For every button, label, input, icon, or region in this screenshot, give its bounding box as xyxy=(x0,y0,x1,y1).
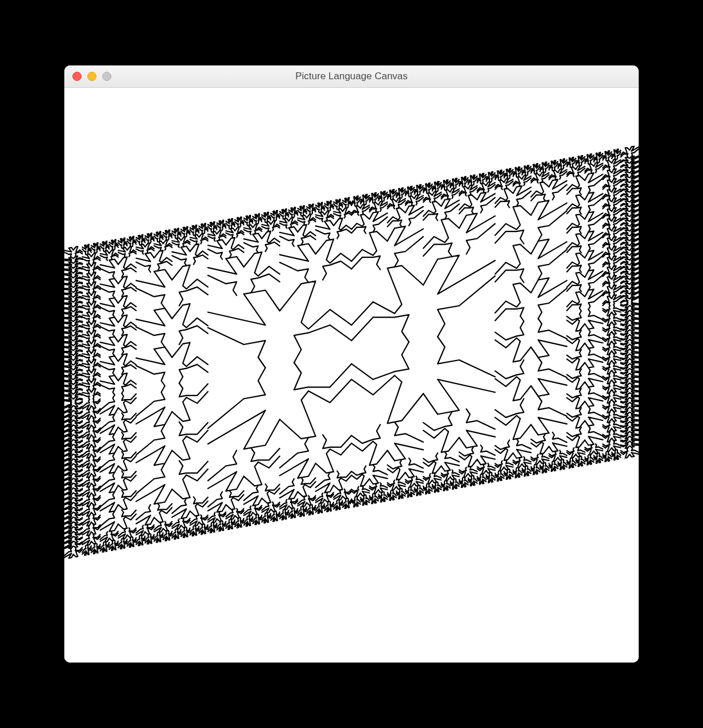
painter-segment-group xyxy=(621,374,639,380)
painter-segment-group xyxy=(181,527,190,537)
painter-segment-group xyxy=(342,198,352,208)
painter-segment-group xyxy=(621,316,639,322)
painter-segment-group xyxy=(352,337,495,424)
painter-segment-group xyxy=(226,227,244,238)
painter-segment-group xyxy=(226,519,235,529)
painter-segment-group xyxy=(621,423,639,429)
painter-segment-group xyxy=(316,471,352,493)
painter-segment-group xyxy=(603,324,621,335)
close-icon[interactable] xyxy=(72,72,82,81)
painter-segment-group xyxy=(82,505,100,516)
painter-segment-group xyxy=(603,315,621,326)
painter-segment-group xyxy=(621,384,639,390)
painter-segment-group xyxy=(316,203,325,213)
painter-segment-group xyxy=(64,276,82,281)
painter-segment-group xyxy=(118,539,128,549)
painter-segment-group xyxy=(432,181,442,192)
painter-segment-group xyxy=(280,509,289,520)
zoom-icon[interactable] xyxy=(102,72,111,81)
traffic-lights xyxy=(72,72,111,81)
painter-segment-group xyxy=(396,489,405,499)
painter-segment-group xyxy=(603,392,621,403)
painter-segment-group xyxy=(217,521,226,531)
app-window: Picture Language Canvas xyxy=(64,65,639,663)
painter-segment-group xyxy=(101,373,137,395)
painter-segment-group xyxy=(603,208,621,219)
painter-segment-group xyxy=(522,165,531,176)
painter-segment-group xyxy=(585,444,602,455)
titlebar[interactable]: Picture Language Canvas xyxy=(64,65,639,88)
minimize-icon[interactable] xyxy=(87,72,96,81)
painter-segment-group xyxy=(603,151,612,161)
painter-segment-group xyxy=(64,353,82,359)
painter-segment-group xyxy=(405,487,415,497)
painter-segment-group xyxy=(352,204,369,215)
painter-segment-group xyxy=(621,346,639,351)
painter-segment-group xyxy=(603,256,621,267)
painter-segment-group xyxy=(621,322,639,327)
painter-segment-group xyxy=(459,467,477,478)
painter-segment-group xyxy=(101,452,137,474)
painter-segment-group xyxy=(82,350,100,361)
painter-segment-group xyxy=(64,266,82,272)
painter-segment-group xyxy=(64,319,82,325)
painter-segment-group xyxy=(567,368,603,390)
painter-segment-group xyxy=(621,413,639,419)
painter-segment-group xyxy=(298,214,315,225)
painter-segment-group xyxy=(82,525,100,536)
painter-segment-group xyxy=(154,231,163,242)
painter-segment-group xyxy=(217,220,226,231)
painter-segment-group xyxy=(82,253,100,264)
painter-segment-group xyxy=(136,235,145,245)
painter-segment-group xyxy=(495,396,567,439)
painter-segment-group xyxy=(621,350,639,356)
painter-segment-group xyxy=(540,162,549,172)
painter-segment-group xyxy=(82,292,100,303)
painter-segment-group xyxy=(280,239,352,282)
painter-segment-group xyxy=(567,289,603,311)
painter-segment-group xyxy=(82,331,100,342)
painter-segment-group xyxy=(603,382,621,393)
painter-segment-group xyxy=(621,336,639,342)
painter-segment-group xyxy=(585,154,594,164)
painter-segment-group xyxy=(576,456,585,467)
painter-segment-group xyxy=(172,518,190,529)
painter-segment-group xyxy=(208,363,352,450)
painter-segment-group xyxy=(163,230,172,241)
painter-segment-group xyxy=(585,162,602,173)
painter-segment-group xyxy=(567,426,603,448)
painter-segment-group xyxy=(621,404,639,409)
painter-segment-group xyxy=(495,200,567,243)
painter-segment-group xyxy=(118,246,136,257)
painter-segment-group xyxy=(334,208,352,219)
painter-segment-group xyxy=(603,344,621,355)
painter-segment-group xyxy=(459,446,496,467)
painter-segment-group xyxy=(621,447,639,458)
painter-segment-group xyxy=(118,528,136,539)
painter-segment-group xyxy=(459,192,496,214)
painter-segment-group xyxy=(82,245,91,255)
painter-segment-group xyxy=(603,373,621,384)
painter-segment-group xyxy=(468,475,477,486)
painter-segment-group xyxy=(450,479,459,489)
painter-segment-group xyxy=(352,464,388,486)
painter-segment-group xyxy=(298,506,307,517)
painter-segment-group xyxy=(423,452,459,474)
painter-segment-group xyxy=(531,164,540,174)
painter-segment-group xyxy=(64,348,82,354)
painter-segment-group xyxy=(82,418,100,429)
painter-segment-group xyxy=(495,239,567,282)
painter-segment-group xyxy=(361,495,370,505)
painter-segment-group xyxy=(82,369,100,380)
painter-segment-group xyxy=(603,431,621,442)
painter-segment-group xyxy=(513,457,531,468)
painter-segment-group xyxy=(101,296,137,317)
painter-segment-group xyxy=(101,276,137,298)
painter-segment-group xyxy=(64,392,82,397)
painter-segment-group xyxy=(101,335,137,357)
painter-segment-group xyxy=(199,524,208,535)
painter-segment-group xyxy=(531,180,567,202)
painter-segment-group xyxy=(567,329,603,351)
painter-segment-group xyxy=(136,304,208,347)
painter-segment-group xyxy=(82,282,100,293)
